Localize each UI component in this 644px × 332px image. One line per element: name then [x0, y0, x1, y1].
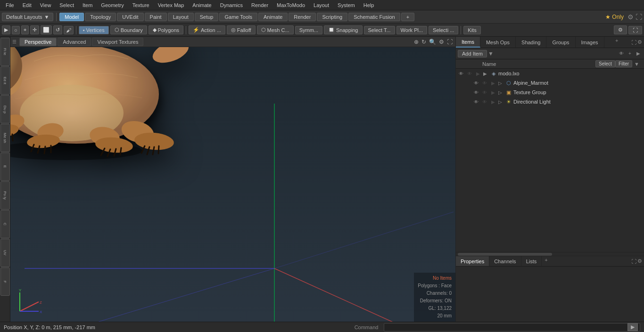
scene-tree-scrollbar[interactable] — [456, 252, 644, 256]
sidebar-tab-edit[interactable]: Ed it — [0, 66, 10, 95]
props-settings-icon[interactable]: ⚙ — [637, 258, 642, 264]
menu-vertex-map[interactable]: Vertex Map — [154, 1, 188, 9]
viewport-menu-icon[interactable]: ☰ — [12, 39, 17, 44]
tab-schematic-fusion[interactable]: Schematic Fusion — [348, 13, 400, 21]
tool-lasso[interactable]: ⌖ — [21, 25, 29, 34]
expand-texture[interactable]: ▷ — [498, 90, 504, 95]
props-tab-lists[interactable]: Lists — [521, 256, 542, 266]
tab-scripting[interactable]: Scripting — [317, 13, 347, 21]
tool-spin[interactable]: ↺ — [53, 25, 62, 34]
menu-animate[interactable]: Animate — [189, 1, 215, 9]
command-input-area[interactable]: ▶ — [384, 323, 640, 332]
eye2-icon-modo[interactable]: 👁 — [466, 70, 473, 77]
tab-game-tools[interactable]: Game Tools — [219, 13, 257, 21]
tab-animate[interactable]: Animate — [258, 13, 288, 21]
tool-symmetry[interactable]: Symm... — [295, 26, 322, 34]
vp-tool-settings[interactable]: ⚙ — [438, 38, 445, 46]
expand-light[interactable]: ▷ — [498, 99, 504, 105]
right-tab-groups[interactable]: Groups — [546, 37, 575, 48]
command-submit-button[interactable]: ▶ — [627, 323, 638, 331]
tree-item-alpine-marmot[interactable]: 👁 👁 ▶ ▷ ⬡ Alpine_Marmot — [463, 78, 644, 88]
tree-item-modo-lxo[interactable]: 👁 👁 ▶ ▶ ◈ modo.lxo — [456, 69, 644, 78]
tool-fullscreen[interactable]: ⛶ — [628, 26, 642, 34]
eye2-icon-texture[interactable]: 👁 — [481, 89, 488, 96]
filter-button[interactable]: Filter — [615, 60, 632, 67]
sidebar-tab-file[interactable]: Fi le — [0, 38, 10, 66]
menu-item[interactable]: Item — [79, 1, 96, 9]
expand-marmot[interactable]: ▷ — [498, 81, 504, 86]
tool-work-plane[interactable]: Work Pl... — [396, 26, 427, 34]
menu-texture[interactable]: Texture — [129, 1, 153, 9]
sidebar-tab-uv[interactable]: UV — [0, 239, 10, 267]
tab-render[interactable]: Render — [289, 13, 316, 21]
tool-circle[interactable]: ○ — [12, 26, 20, 34]
default-layouts-dropdown[interactable]: Default Layouts ▼ — [2, 13, 53, 21]
eye3-icon-light[interactable]: ▶ — [490, 98, 496, 105]
props-tab-add[interactable]: + — [542, 256, 550, 266]
sidebar-tab-c[interactable]: C — [0, 210, 10, 238]
vp-tool-rotate[interactable]: ↻ — [421, 38, 427, 46]
sidebar-tab-dup[interactable]: Du p — [0, 95, 10, 123]
vp-tool-zoom[interactable]: 🔍 — [428, 38, 437, 46]
menu-layout[interactable]: Layout — [310, 1, 333, 9]
props-expand-icon[interactable]: ⛶ — [631, 259, 636, 264]
sidebar-tab-mesh[interactable]: Me sh — [0, 124, 10, 152]
tool-select[interactable]: ▶ — [2, 25, 10, 34]
star-only-button[interactable]: ★ Only — [603, 13, 626, 21]
tree-item-directional-light[interactable]: 👁 👁 ▶ ▷ ☀ Directional Light — [463, 97, 644, 106]
sidebar-tab-f[interactable]: F — [0, 267, 10, 296]
scene-settings-icon[interactable]: ▼ — [632, 61, 641, 67]
vp-tab-perspective[interactable]: Perspective — [19, 38, 57, 46]
right-tab-shading[interactable]: Shading — [516, 37, 546, 48]
right-tab-add[interactable]: + — [611, 37, 622, 48]
tab-layout[interactable]: Layout — [168, 13, 194, 21]
eye-icon-texture[interactable]: 👁 — [473, 89, 479, 96]
right-tab-mesh-ops[interactable]: Mesh Ops — [480, 37, 516, 48]
menu-render[interactable]: Render — [248, 1, 272, 9]
tab-uvedit[interactable]: UVEdit — [117, 13, 143, 21]
eye-icon-marmot[interactable]: 👁 — [473, 80, 479, 86]
tool-paint[interactable]: 🖌 — [64, 26, 74, 34]
vp-tool-expand[interactable]: ⛶ — [446, 38, 454, 46]
sidebar-tab-poly[interactable]: Po ly — [0, 181, 10, 210]
tool-polygons[interactable]: ◆ Polygons — [149, 25, 183, 34]
layout-fullscreen-icon[interactable]: ⛶ — [636, 13, 642, 21]
tool-falloff[interactable]: ◎ Falloff — [227, 25, 256, 34]
tab-setup[interactable]: Setup — [195, 13, 219, 21]
tab-paint[interactable]: Paint — [145, 13, 167, 21]
add-layout-button[interactable]: + — [401, 13, 414, 21]
right-panel-expand-icon[interactable]: ⛶ — [631, 40, 636, 45]
right-tab-images[interactable]: Images — [576, 37, 604, 48]
tool-transform[interactable]: ✛ — [30, 25, 39, 34]
eye3-icon-modo[interactable]: ▶ — [475, 70, 481, 77]
tab-model[interactable]: Model — [59, 13, 84, 21]
menu-system[interactable]: System — [334, 1, 359, 9]
sidebar-tab-e[interactable]: E — [0, 153, 10, 181]
eye2-icon-marmot[interactable]: 👁 — [481, 80, 488, 86]
eye-icon-modo[interactable]: 👁 — [458, 70, 464, 77]
tool-selection[interactable]: Selecti ... — [429, 26, 458, 34]
vp-tab-advanced[interactable]: Advanced — [58, 38, 91, 46]
menu-help[interactable]: Help — [360, 1, 378, 9]
props-tab-properties[interactable]: Properties — [456, 256, 489, 266]
add-item-dropdown-icon[interactable]: ▼ — [488, 50, 494, 57]
eye3-icon-marmot[interactable]: ▶ — [490, 80, 496, 86]
command-input[interactable] — [386, 324, 627, 330]
tool-snapping[interactable]: 🔲 Snapping — [324, 25, 363, 34]
select-button[interactable]: Select — [595, 60, 615, 67]
tree-item-texture-group[interactable]: 👁 👁 ▶ ▷ ▣ Texture Group — [463, 88, 644, 97]
tool-settings[interactable]: ⚙ — [614, 25, 627, 34]
menu-maxtomodo[interactable]: MaxToModo — [273, 1, 309, 9]
vp-tool-nav[interactable]: ⊕ — [413, 38, 420, 46]
tool-mesh[interactable]: ⬡ Mesh C... — [257, 25, 294, 34]
props-tab-channels[interactable]: Channels — [489, 256, 521, 266]
menu-geometry[interactable]: Geometry — [97, 1, 127, 9]
eye3-icon-texture[interactable]: ▶ — [490, 89, 496, 96]
add-item-button[interactable]: Add Item — [458, 50, 487, 57]
tool-vertices[interactable]: • Vertices — [79, 26, 109, 34]
vp-tab-textures[interactable]: Viewport Textures — [92, 38, 143, 46]
menu-view[interactable]: View — [36, 1, 55, 9]
eye-icon-light[interactable]: 👁 — [473, 98, 479, 105]
tool-select-t[interactable]: Select T... — [364, 26, 395, 34]
tab-topology[interactable]: Topology — [85, 13, 116, 21]
